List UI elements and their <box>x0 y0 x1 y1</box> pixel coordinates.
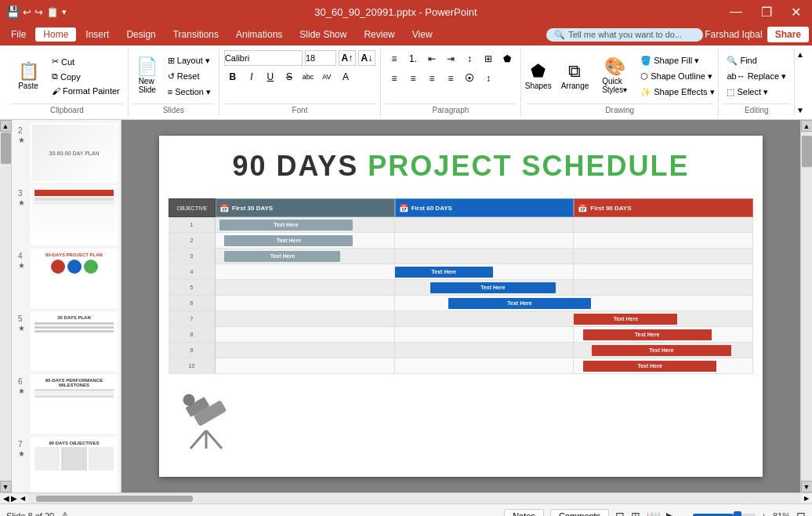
row-6-bar: Text Here <box>448 298 591 309</box>
copy-button[interactable]: ⧉ Copy <box>49 70 123 83</box>
shape-outline-icon: ⬡ <box>640 71 648 82</box>
shape-fill-button[interactable]: 🪣 Shape Fill ▾ <box>637 54 717 67</box>
restore-button[interactable]: ❐ <box>756 5 777 20</box>
slide-scroll-down[interactable]: ▼ <box>0 481 12 492</box>
row-5-num: 5 <box>169 280 216 295</box>
slide-7-thumb[interactable]: 7 ★ 90 DAYS OBJECTIVES <box>31 437 118 492</box>
align-text-button[interactable]: ⊞ <box>480 50 497 67</box>
slideshow-icon[interactable]: ▶ <box>666 510 675 517</box>
quick-print-icon[interactable]: 📋 <box>46 6 59 18</box>
row-1-bar: Text Here <box>219 220 353 231</box>
decrease-indent-button[interactable]: ⇤ <box>423 50 440 67</box>
share-button[interactable]: Share <box>767 27 809 42</box>
font-family-input[interactable] <box>224 50 303 66</box>
smallcaps-button[interactable]: abc <box>299 68 317 85</box>
menu-home[interactable]: Home <box>35 27 76 42</box>
undo-icon[interactable]: ↩ <box>23 6 31 18</box>
find-button[interactable]: 🔍 Find <box>723 54 789 67</box>
canvas-scroll-thumb[interactable] <box>802 136 812 167</box>
convert-to-smartart-button[interactable]: ⬟ <box>498 50 516 67</box>
align-right-button[interactable]: ≡ <box>423 70 440 87</box>
row-2-num: 2 <box>169 233 216 248</box>
quick-styles-button[interactable]: 🎨 QuickStyles▾ <box>595 56 634 96</box>
font-size-input[interactable] <box>305 50 336 66</box>
slide-3-thumb[interactable]: 3 ★ <box>31 186 118 245</box>
slide-2-thumb[interactable]: 2 ★ 30-60-90 DAY PLAN <box>31 123 118 183</box>
next-slide-button[interactable]: ▶ <box>11 494 17 503</box>
numbering-button[interactable]: 1. <box>404 50 422 67</box>
notes-button[interactable]: Notes <box>504 509 544 517</box>
shape-outline-button[interactable]: ⬡ Shape Outline ▾ <box>637 70 717 83</box>
hscroll-thumb[interactable] <box>36 496 193 502</box>
slide-scroll-thumb[interactable] <box>1 133 11 164</box>
col2-label: First 60 DAYS <box>411 205 452 212</box>
text-direction-button[interactable]: ↕ <box>461 50 478 67</box>
reset-button[interactable]: ↺ Reset <box>165 70 214 83</box>
bullets-button[interactable]: ≡ <box>386 50 403 67</box>
italic-button[interactable]: I <box>243 68 260 85</box>
minimize-button[interactable]: — <box>725 5 747 19</box>
normal-view-icon[interactable]: ⊡ <box>615 510 625 517</box>
comments-button[interactable]: Comments <box>550 509 609 517</box>
layout-button[interactable]: ⊞ Layout ▾ <box>165 54 214 67</box>
clipboard-label: Clipboard <box>11 104 123 114</box>
menu-review[interactable]: Review <box>356 27 402 42</box>
slide-scroll-up[interactable]: ▲ <box>0 120 12 132</box>
menu-slideshow[interactable]: Slide Show <box>292 27 354 42</box>
canvas-scroll-down[interactable]: ▼ <box>801 481 813 492</box>
underline-button[interactable]: U <box>262 68 279 85</box>
search-box[interactable]: 🔍 Tell me what you want to do... <box>546 28 703 42</box>
justify-button[interactable]: ≡ <box>442 70 459 87</box>
close-button[interactable]: ✕ <box>786 5 806 20</box>
table-row: 3 Text Here <box>169 249 753 264</box>
prev-slide-button[interactable]: ◀ <box>3 494 9 503</box>
paste-button[interactable]: 📋 Paste <box>11 61 45 92</box>
menu-design[interactable]: Design <box>118 27 163 42</box>
menu-insert[interactable]: Insert <box>78 27 117 42</box>
ribbon-scroll-down[interactable]: ▼ <box>796 106 804 114</box>
zoom-slider[interactable] <box>693 514 756 517</box>
bold-button[interactable]: B <box>224 68 241 85</box>
format-painter-button[interactable]: 🖌 Format Painter <box>49 85 123 97</box>
align-center-button[interactable]: ≡ <box>404 70 422 87</box>
strikethrough-button[interactable]: S <box>281 68 298 85</box>
shapes-button[interactable]: ⬟ Shapes <box>522 61 555 92</box>
menu-file[interactable]: File <box>3 27 34 42</box>
slide-sorter-icon[interactable]: ⊞ <box>631 510 640 517</box>
fit-window-button[interactable]: ⊡ <box>796 510 806 517</box>
ribbon-scroll-up[interactable]: ▲ <box>796 50 804 59</box>
col-count-button[interactable]: ⦿ <box>461 70 478 87</box>
replace-button[interactable]: ab↔ Replace ▾ <box>723 70 789 83</box>
charspacing-button[interactable]: AV <box>318 68 335 85</box>
ribbon-group-editing: 🔍 Find ab↔ Replace ▾ ⬚ Select ▾ Editing <box>719 49 795 116</box>
menu-view[interactable]: View <box>404 27 440 42</box>
fontcolor-button[interactable]: A <box>337 68 354 85</box>
slide-6-thumb[interactable]: 6 ★ 90-DAYS PERFORMANCE MILESTONES <box>31 374 118 434</box>
slide-5-thumb[interactable]: 5 ★ 30 DAYS PLAN <box>31 311 118 371</box>
new-slide-button[interactable]: 📄 NewSlide <box>133 56 161 96</box>
section-button[interactable]: ≡ Section ▾ <box>165 85 214 99</box>
zoom-level: 81% <box>773 511 790 517</box>
hscroll-right-button[interactable]: ▶ <box>801 493 812 504</box>
canvas-scroll-up[interactable]: ▲ <box>801 120 813 132</box>
arrange-button[interactable]: ⧉ Arrange <box>558 61 593 92</box>
slide-4-thumb[interactable]: 4 ★ 90-DAYS PROJECT PLAN <box>31 249 118 308</box>
gantt-col3-header: 📅 First 90 DAYS <box>574 198 753 217</box>
menu-animations[interactable]: Animations <box>228 27 290 42</box>
shape-effects-button[interactable]: ✨ Shape Effects ▾ <box>637 85 717 99</box>
increase-font-button[interactable]: A↑ <box>339 50 356 66</box>
menu-transitions[interactable]: Transitions <box>165 27 227 42</box>
reading-view-icon[interactable]: 📖 <box>647 510 660 517</box>
select-button[interactable]: ⬚ Select ▾ <box>723 85 789 99</box>
cut-button[interactable]: ✂ Cut <box>49 55 123 68</box>
zoom-in-button[interactable]: + <box>762 511 767 517</box>
redo-icon[interactable]: ↪ <box>34 6 43 18</box>
line-spacing-button[interactable]: ↕ <box>480 70 497 87</box>
align-left-button[interactable]: ≡ <box>386 70 403 87</box>
increase-indent-button[interactable]: ⇥ <box>442 50 459 67</box>
zoom-out-button[interactable]: − <box>681 511 686 517</box>
hscroll-left-button[interactable]: ◀ <box>17 493 28 504</box>
accessibility-icon[interactable]: ⚠ <box>60 510 70 516</box>
decrease-font-button[interactable]: A↓ <box>358 50 375 66</box>
save-icon[interactable]: 💾 <box>6 5 20 18</box>
